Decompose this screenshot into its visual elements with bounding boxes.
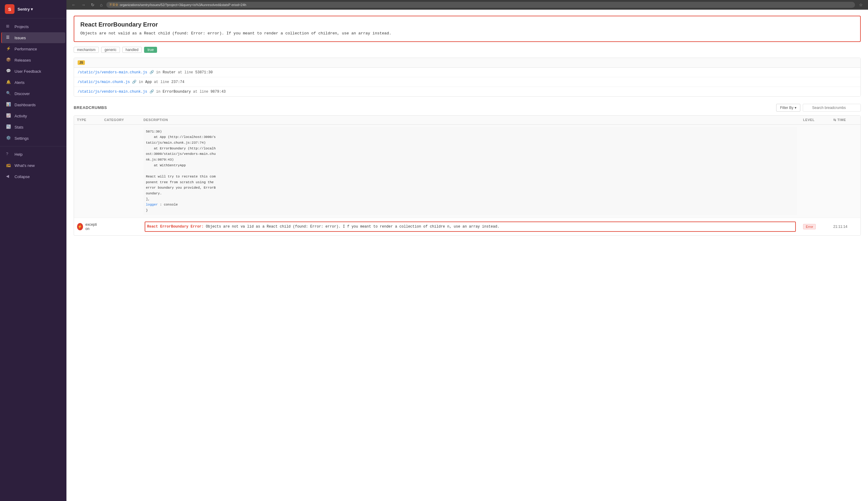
filter-row: Filter By ▾ 🔍: [776, 104, 861, 112]
filter-by-button[interactable]: Filter By ▾: [776, 104, 801, 112]
sidebar-item-label: Discover: [14, 92, 30, 96]
category-cell: [101, 125, 140, 129]
sidebar-item-user-feedback[interactable]: 💬User Feedback: [1, 66, 65, 77]
stats-icon: 📉: [6, 124, 11, 130]
help-icon: ?: [6, 151, 11, 157]
level-cell: [800, 125, 830, 129]
exception-icon: ⚡: [77, 223, 83, 230]
performance-icon: ⚡: [6, 46, 11, 52]
sidebar-header: S Sentry ▾: [0, 0, 66, 19]
sidebar-item-settings[interactable]: ⚙️Settings: [1, 133, 65, 144]
back-button[interactable]: ←: [70, 2, 77, 8]
sidebar-item-issues[interactable]: ☰Issues: [1, 32, 65, 43]
exc-type-cell: ⚡ exception: [74, 220, 101, 233]
sidebar-item-label: Settings: [14, 136, 29, 141]
logger-key: logger: [146, 203, 158, 206]
tag-generic[interactable]: generic: [101, 47, 119, 53]
main-content: ← → ↻ ⌂ 不安全 organizations/sentry/issues/…: [66, 0, 868, 501]
exception-title: React ErrorBoundary Error:: [147, 225, 203, 229]
sidebar-item-dashboards[interactable]: 📊Dashboards: [1, 99, 65, 110]
table-row: 5871:30) at App (http://localhost:3000/s…: [74, 125, 860, 218]
sidebar-nav: ⊞Projects☰Issues⚡Performance📦Releases💬Us…: [0, 19, 66, 501]
url-text: organizations/sentry/issues/52/?project=…: [119, 3, 246, 7]
table-header: TYPE CATEGORY DESCRIPTION LEVEL ⇆ TIME: [74, 116, 860, 125]
page-content: React ErrorBoundary Error Objects are no…: [66, 10, 868, 501]
breadcrumbs-search[interactable]: [803, 104, 861, 112]
sidebar-item-label: Projects: [14, 24, 29, 29]
tag-true[interactable]: true: [144, 47, 157, 53]
security-warning: 不安全: [109, 3, 118, 7]
forward-button[interactable]: →: [80, 2, 87, 8]
user-feedback-icon: 💬: [6, 68, 11, 74]
settings-icon: ⚙️: [6, 136, 11, 141]
sidebar-item-releases[interactable]: 📦Releases: [1, 55, 65, 65]
alerts-icon: 🔔: [6, 80, 11, 85]
bookmark-button[interactable]: ☆: [857, 2, 864, 8]
sidebar-item-label: Dashboards: [14, 103, 36, 107]
error-title-box: React ErrorBoundary Error Objects are no…: [74, 16, 861, 42]
breadcrumbs-table: TYPE CATEGORY DESCRIPTION LEVEL ⇆ TIME 5…: [74, 115, 861, 236]
exc-time-cell: 21:11:14: [830, 222, 860, 231]
sidebar-item-label: Help: [14, 152, 23, 157]
org-name[interactable]: Sentry ▾: [18, 7, 33, 11]
error-level-badge: Error: [803, 224, 816, 230]
sidebar-item-activity[interactable]: 📈Activity: [1, 110, 65, 121]
sidebar-item-label: What's new: [14, 163, 35, 168]
exc-level-cell: Error: [800, 222, 830, 231]
stack-header: JS: [74, 58, 860, 67]
stack-trace: JS /static/js/vendors-main.chunk.js 🔗 in…: [74, 58, 861, 97]
sidebar-item-label: Stats: [14, 125, 23, 129]
org-logo: S: [5, 4, 14, 14]
sidebar-item-label: User Feedback: [14, 69, 41, 74]
exception-message-box: React ErrorBoundary Error: Objects are n…: [145, 222, 796, 232]
sidebar-item-alerts[interactable]: 🔔Alerts: [1, 77, 65, 88]
search-wrapper: 🔍: [803, 104, 861, 112]
col-category: CATEGORY: [101, 116, 140, 124]
stack-frame-0: /static/js/vendors-main.chunk.js 🔗 in Ro…: [74, 67, 860, 77]
col-description: DESCRIPTION: [140, 116, 800, 124]
tag-handled[interactable]: handled: [122, 47, 142, 53]
sidebar-item-label: Performance: [14, 47, 37, 51]
collapse-icon: ◀: [6, 174, 11, 179]
col-time: ⇆ TIME: [830, 116, 860, 124]
exception-message: Objects are not va lid as a React child …: [206, 225, 499, 229]
dashboards-icon: 📊: [6, 102, 11, 107]
sidebar-item-discover[interactable]: 🔍Discover: [1, 88, 65, 99]
exc-description-cell: React ErrorBoundary Error: Objects are n…: [140, 218, 800, 235]
sidebar-item-label: Releases: [14, 58, 31, 63]
sidebar-item-label: Activity: [14, 114, 27, 118]
discover-icon: 🔍: [6, 91, 11, 96]
stack-frame-2: /static/js/vendors-main.chunk.js 🔗 in Er…: [74, 87, 860, 96]
sidebar-item-help[interactable]: ?Help: [1, 149, 65, 160]
js-badge: JS: [77, 60, 85, 65]
home-button[interactable]: ⌂: [98, 2, 104, 8]
whats-new-icon: 📻: [6, 163, 11, 168]
breadcrumbs-title: BREADCRUMBS: [74, 105, 107, 110]
type-cell: [74, 125, 101, 129]
sidebar-item-label: Alerts: [14, 80, 24, 85]
sidebar-item-projects[interactable]: ⊞Projects: [1, 21, 65, 32]
sidebar-item-stats[interactable]: 📉Stats: [1, 121, 65, 132]
sidebar: S Sentry ▾ ⊞Projects☰Issues⚡Performance📦…: [0, 0, 66, 501]
activity-icon: 📈: [6, 113, 11, 119]
releases-icon: 📦: [6, 57, 11, 63]
url-bar: 不安全 organizations/sentry/issues/52/?proj…: [106, 2, 855, 8]
exc-category-cell: [101, 224, 140, 229]
sidebar-item-whats-new[interactable]: 📻What's new: [1, 160, 65, 171]
stack-frame-1: /static/js/main.chunk.js 🔗 in App at lin…: [74, 77, 860, 87]
sidebar-item-label: Issues: [14, 35, 26, 40]
sidebar-item-performance[interactable]: ⚡Performance: [1, 43, 65, 54]
code-block: 5871:30) at App (http://localhost:3000/s…: [144, 127, 797, 215]
sidebar-item-label: Collapse: [14, 174, 30, 179]
error-message: Objects are not valid as a React child (…: [80, 31, 854, 36]
projects-icon: ⊞: [6, 24, 11, 29]
error-title: React ErrorBoundary Error: [80, 21, 854, 28]
col-type: TYPE: [74, 116, 101, 124]
exception-type-label: exception: [85, 222, 98, 231]
description-cell-code: 5871:30) at App (http://localhost:3000/s…: [140, 125, 800, 217]
time-cell: [830, 125, 860, 129]
stack-file-0: /static/js/vendors-main.chunk.js: [77, 70, 147, 75]
refresh-button[interactable]: ↻: [90, 2, 96, 8]
sidebar-item-collapse[interactable]: ◀Collapse: [1, 171, 65, 182]
tag-mechanism[interactable]: mechanism: [74, 47, 99, 53]
